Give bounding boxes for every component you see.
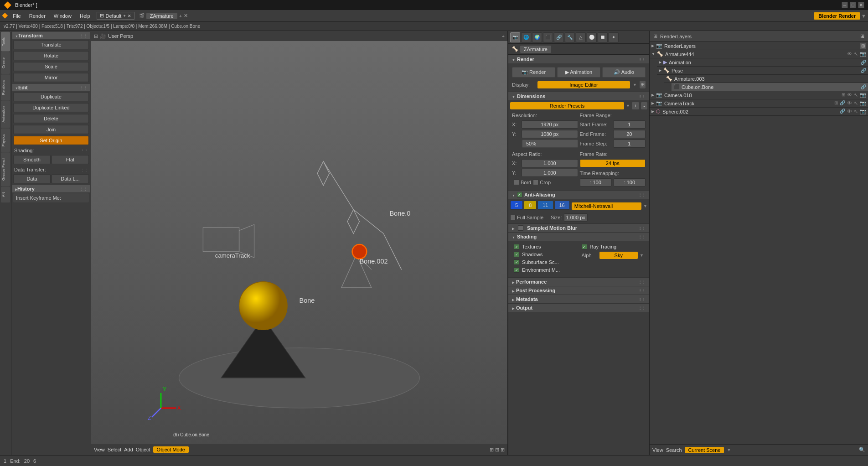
display-selector[interactable]: Image Editor: [537, 81, 630, 88]
renderlayers-item[interactable]: ▶ 📷 RenderLayers ⊞: [650, 42, 868, 50]
performance-header[interactable]: Performance ⋮⋮: [508, 277, 649, 286]
raytracing-checkbox[interactable]: ✓: [582, 244, 587, 249]
tab-animation[interactable]: Animation: [1, 101, 10, 128]
close-button[interactable]: ✕: [858, 2, 864, 8]
menu-file[interactable]: File: [9, 12, 25, 20]
cursor-icon[interactable]: ↖: [854, 51, 858, 57]
rotate-button[interactable]: Rotate: [13, 51, 89, 60]
tab-an[interactable]: AN: [1, 186, 10, 202]
tab-relations[interactable]: Relations: [1, 74, 10, 100]
footer-add[interactable]: Add: [124, 447, 133, 452]
outliner-view-icon[interactable]: ⊞: [860, 33, 864, 39]
aa-checkbox[interactable]: ✓: [517, 192, 522, 197]
modifier-props-icon[interactable]: 🔧: [565, 32, 575, 42]
render-button[interactable]: 📷 Render: [512, 67, 555, 78]
transform-header[interactable]: Transform ⋮⋮: [12, 32, 90, 39]
animation-item[interactable]: ▶ ▶ Animation 🔗: [657, 58, 868, 67]
viewport-canvas[interactable]: Bone.0 Bone.002 Bone cameraTrack X Y Z (…: [91, 41, 507, 444]
full-sample-checkbox[interactable]: [510, 215, 516, 220]
aa-5-button[interactable]: 5: [510, 201, 523, 210]
size-input[interactable]: 1.000 px: [564, 213, 588, 222]
translate-button[interactable]: Translate: [13, 40, 89, 49]
sphere002-item[interactable]: ▶ ⬡ Sphere.002 🔗 👁 ↖ 📷: [650, 108, 868, 116]
frame-rate-selector[interactable]: 24 fps: [580, 159, 646, 167]
flat-button[interactable]: Flat: [52, 155, 89, 164]
render-props-icon[interactable]: 📷: [510, 32, 520, 42]
scale-button[interactable]: Scale: [13, 62, 89, 71]
res-y-input[interactable]: 1080 px: [522, 130, 578, 138]
aa-16-button[interactable]: 16: [554, 201, 570, 210]
dimensions-section-header[interactable]: Dimensions ⋮⋮: [508, 92, 649, 100]
tab-tools[interactable]: Tools: [1, 32, 10, 52]
current-scene-selector[interactable]: Current Scene: [685, 447, 724, 453]
eye018-icon[interactable]: 👁: [847, 92, 852, 98]
sphere-constraint-icon[interactable]: 🔗: [840, 109, 845, 114]
cameratrack-item[interactable]: ▶ 📷 CameraTrack ⊞ 🔗 👁 ↖ 📷: [650, 99, 868, 108]
texture-props-icon[interactable]: 🔲: [598, 32, 608, 42]
motion-blur-checkbox[interactable]: [518, 225, 523, 231]
tab-create[interactable]: Create: [1, 52, 10, 74]
scene-props-icon[interactable]: 🌐: [521, 32, 531, 42]
aa-section-header[interactable]: ✓ Anti-Aliasing ⋮⋮: [508, 190, 649, 199]
aa-8-button[interactable]: 8: [524, 201, 537, 210]
duplicate-linked-button[interactable]: Duplicate Linked: [13, 103, 89, 112]
res-x-input[interactable]: 1920 px: [522, 120, 578, 129]
animation-link-icon[interactable]: 🔗: [861, 60, 866, 65]
smooth-button[interactable]: Smooth: [13, 155, 51, 164]
tab-grease-pencil[interactable]: Grease Pencil: [1, 152, 10, 186]
data-button[interactable]: Data: [13, 174, 51, 183]
pose-item[interactable]: ▶ 🦴 Pose 🔗: [657, 67, 868, 75]
border-checkbox[interactable]: [514, 180, 519, 185]
cursor018-icon[interactable]: ↖: [854, 92, 858, 98]
time-old-input[interactable]: : 100: [580, 178, 612, 186]
workspace-selector[interactable]: ⊞ Default + ✕: [97, 12, 134, 20]
time-new-input[interactable]: : 100: [614, 178, 646, 186]
cursorsphere-icon[interactable]: ↖: [854, 109, 858, 114]
presets-add-icon[interactable]: +: [632, 102, 639, 109]
world-props-icon[interactable]: 🌍: [532, 32, 542, 42]
shading-props-header[interactable]: Shading ⋮⋮: [508, 232, 649, 241]
frame-step-input[interactable]: 1: [613, 140, 646, 148]
armature003-item[interactable]: 🦴 Armature.003: [664, 75, 868, 83]
render-section-header[interactable]: Render ⋮⋮: [508, 55, 649, 63]
metadata-header[interactable]: Metadata ⋮⋮: [508, 295, 649, 303]
armature444-item[interactable]: ▼ 🦴 Armature444 👁 ↖ 📷: [650, 50, 868, 58]
pose-link-icon[interactable]: 🔗: [861, 68, 866, 73]
footer-view-label[interactable]: View: [652, 447, 663, 453]
search-icon[interactable]: 🔍: [859, 447, 865, 453]
render018-icon[interactable]: 📷: [860, 92, 866, 98]
delete-button[interactable]: Delete: [13, 114, 89, 123]
presets-remove-icon[interactable]: -: [641, 102, 647, 109]
eyetrack-icon[interactable]: 👁: [847, 100, 852, 106]
material-props-icon[interactable]: ⚪: [587, 32, 597, 42]
end-frame-input[interactable]: 20: [613, 130, 646, 138]
audio-button[interactable]: 🔊 Audio: [602, 67, 646, 78]
constraints-props-icon[interactable]: 🔗: [554, 32, 564, 42]
textures-checkbox[interactable]: ✓: [514, 244, 519, 249]
post-processing-header[interactable]: Post Processing ⋮⋮: [508, 286, 649, 295]
set-origin-button[interactable]: Set Origin: [13, 136, 89, 145]
tab-physics[interactable]: Physics: [1, 129, 10, 152]
eye-icon[interactable]: 👁: [847, 51, 852, 57]
cursortrack-icon[interactable]: ↖: [854, 100, 858, 106]
animation-button[interactable]: ▶ Animation: [557, 67, 600, 78]
history-header[interactable]: History ⋮⋮: [12, 185, 90, 192]
render-vis-icon[interactable]: 📷: [860, 51, 866, 57]
particles-props-icon[interactable]: ✦: [609, 32, 619, 42]
duplicate-button[interactable]: Duplicate: [13, 92, 89, 101]
eyesphere-icon[interactable]: 👁: [847, 109, 852, 114]
camtrack-link-icon[interactable]: 🔗: [840, 100, 845, 106]
data-l-button[interactable]: Data L...: [52, 174, 89, 183]
data-props-icon[interactable]: △: [576, 32, 586, 42]
display-settings-icon[interactable]: ⊞: [640, 81, 646, 88]
menu-render[interactable]: Render: [26, 12, 49, 20]
environment-checkbox[interactable]: ✓: [514, 267, 519, 273]
motion-blur-header[interactable]: Sampled Motion Blur ⋮⋮: [508, 223, 649, 232]
footer-object[interactable]: Object: [136, 447, 150, 452]
camtrack-settings-icon[interactable]: ⊞: [834, 100, 838, 106]
cam018-settings-icon[interactable]: ⊞: [842, 92, 845, 98]
edit-header[interactable]: Edit ⋮⋮: [12, 84, 90, 91]
aa-11-button[interactable]: 11: [537, 201, 553, 210]
alpha-selector[interactable]: Sky: [599, 252, 638, 259]
scene-name[interactable]: ZArmature: [146, 13, 177, 19]
